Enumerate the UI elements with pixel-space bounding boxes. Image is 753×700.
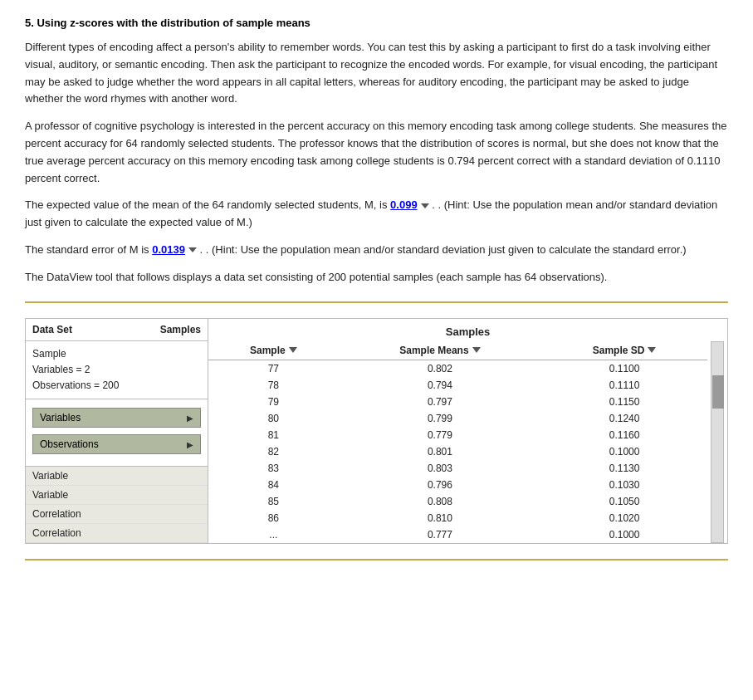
dataview-header-dataset: Data Set — [32, 324, 72, 335]
table-cell-sample-4: 81 — [208, 427, 339, 443]
table-cell-mean-1: 0.794 — [339, 377, 541, 394]
dataview-right-panel: Samples Sample — [208, 319, 727, 543]
std-error-question: The standard error of M is 0.0139 . . (H… — [25, 242, 728, 259]
table-cell-sd-6: 0.1130 — [541, 460, 707, 477]
table-row: 850.8080.1050 — [208, 493, 707, 510]
table-cell-sd-10: 0.1000 — [541, 526, 707, 543]
bottom-item-variable-2: Variable — [26, 486, 208, 505]
table-cell-mean-5: 0.801 — [339, 443, 541, 460]
std-error-dropdown-arrow[interactable] — [188, 247, 197, 252]
col-sample-label: Sample — [250, 345, 286, 356]
variables-button-label: Variables — [40, 412, 81, 423]
dataview-info: Sample Variables = 2 Observations = 200 — [26, 341, 208, 400]
col-sample-header: Sample — [208, 341, 339, 360]
table-cell-sample-1: 78 — [208, 377, 339, 394]
col-means-header: Sample Means — [339, 341, 541, 360]
variables-button[interactable]: Variables ▶ — [32, 408, 201, 428]
dataview-info-line1: Sample — [32, 346, 201, 362]
table-row: 860.8100.1020 — [208, 510, 707, 526]
table-cell-sd-7: 0.1030 — [541, 477, 707, 493]
table-cell-sd-0: 0.1100 — [541, 360, 707, 377]
samples-table-body: 770.8020.1100780.7940.1110790.7970.11508… — [208, 360, 707, 543]
table-cell-sample-6: 83 — [208, 460, 339, 477]
dataview-bottom-list: Variable Variable Correlation Correlatio… — [26, 466, 208, 543]
section-title: 5. Using z-scores with the distribution … — [25, 17, 728, 29]
table-cell-sample-7: 84 — [208, 477, 339, 493]
table-cell-sd-4: 0.1160 — [541, 427, 707, 443]
table-cell-sd-2: 0.1150 — [541, 394, 707, 410]
table-cell-mean-10: 0.777 — [339, 526, 541, 543]
expected-value-question: The expected value of the mean of the 64… — [25, 197, 728, 232]
table-cell-mean-9: 0.810 — [339, 510, 541, 526]
table-cell-sample-5: 82 — [208, 443, 339, 460]
dataview-left-panel: Data Set Samples Sample Variables = 2 Ob… — [26, 319, 208, 543]
table-wrapper: Sample Sample Means — [208, 341, 727, 543]
table-cell-sample-3: 80 — [208, 410, 339, 427]
col-sd-header: Sample SD — [541, 341, 707, 360]
samples-title: Samples — [208, 319, 727, 341]
dataview-info-line2: Variables = 2 — [32, 362, 201, 378]
variables-arrow-icon: ▶ — [187, 414, 193, 423]
std-error-answer[interactable]: 0.0139 — [152, 242, 185, 259]
table-cell-mean-6: 0.803 — [339, 460, 541, 477]
dataview-tool: Data Set Samples Sample Variables = 2 Ob… — [25, 318, 728, 544]
table-cell-sd-1: 0.1110 — [541, 377, 707, 394]
paragraph-2: A professor of cognitive psychology is i… — [25, 118, 728, 187]
table-row: ...0.7770.1000 — [208, 526, 707, 543]
bottom-item-correlation-2: Correlation — [26, 524, 208, 543]
paragraph-1: Different types of encoding affect a per… — [25, 39, 728, 108]
scrollbar-thumb[interactable] — [712, 375, 724, 409]
table-scroll: Sample Sample Means — [208, 341, 707, 543]
table-cell-sd-5: 0.1000 — [541, 443, 707, 460]
bottom-item-correlation-1: Correlation — [26, 505, 208, 524]
table-row: 840.7960.1030 — [208, 477, 707, 493]
table-row: 790.7970.1150 — [208, 394, 707, 410]
col-sd-sort-icon[interactable] — [648, 347, 656, 353]
expected-value-answer[interactable]: 0.099 — [390, 197, 418, 214]
bottom-item-variable-1: Variable — [26, 467, 208, 486]
table-cell-sd-8: 0.1050 — [541, 493, 707, 510]
observations-button[interactable]: Observations ▶ — [32, 434, 201, 454]
col-sample-sort-icon[interactable] — [289, 347, 297, 353]
col-means-label: Sample Means — [399, 345, 468, 356]
dataview-description: The DataView tool that follows displays … — [25, 269, 728, 286]
divider-top — [25, 301, 728, 303]
table-row: 810.7790.1160 — [208, 427, 707, 443]
samples-table: Sample Sample Means — [208, 341, 707, 543]
divider-bottom — [25, 559, 728, 560]
table-cell-mean-3: 0.799 — [339, 410, 541, 427]
table-row: 770.8020.1100 — [208, 360, 707, 377]
col-means-sort-icon[interactable] — [472, 347, 481, 353]
table-cell-mean-7: 0.796 — [339, 477, 541, 493]
table-cell-sample-9: 86 — [208, 510, 339, 526]
table-cell-sample-2: 79 — [208, 394, 339, 410]
samples-table-header-row: Sample Sample Means — [208, 341, 707, 360]
table-row: 820.8010.1000 — [208, 443, 707, 460]
vertical-scrollbar[interactable] — [711, 341, 724, 543]
table-row: 800.7990.1240 — [208, 410, 707, 427]
table-cell-sample-0: 77 — [208, 360, 339, 377]
samples-table-head: Sample Sample Means — [208, 341, 707, 360]
expected-value-dropdown-arrow[interactable] — [421, 203, 429, 208]
dataview-header: Data Set Samples — [26, 319, 208, 341]
table-cell-mean-8: 0.808 — [339, 493, 541, 510]
table-cell-sample-10: ... — [208, 526, 339, 543]
table-cell-sd-3: 0.1240 — [541, 410, 707, 427]
table-row: 830.8030.1130 — [208, 460, 707, 477]
dataview-info-line3: Observations = 200 — [32, 378, 201, 394]
table-cell-mean-4: 0.779 — [339, 427, 541, 443]
dataview-buttons-area: Variables ▶ Observations ▶ — [26, 399, 208, 463]
table-cell-mean-2: 0.797 — [339, 394, 541, 410]
table-cell-mean-0: 0.802 — [339, 360, 541, 377]
dataview-header-samples: Samples — [160, 324, 201, 335]
observations-button-label: Observations — [40, 438, 99, 450]
table-cell-sample-8: 85 — [208, 493, 339, 510]
table-cell-sd-9: 0.1020 — [541, 510, 707, 526]
table-row: 780.7940.1110 — [208, 377, 707, 394]
observations-arrow-icon: ▶ — [187, 440, 193, 449]
col-sd-label: Sample SD — [593, 345, 645, 356]
